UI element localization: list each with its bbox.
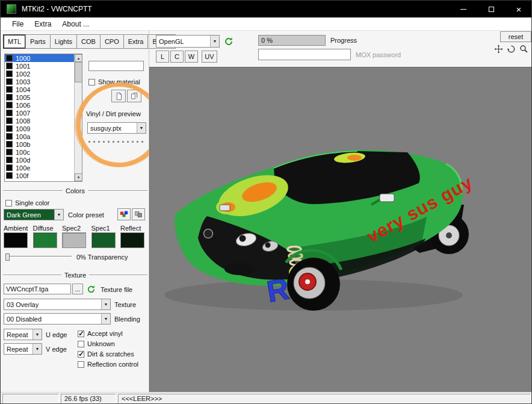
checkbox-reflection-control[interactable]: Reflection control	[78, 359, 138, 369]
view-button-w[interactable]: W	[185, 51, 198, 63]
front-wheel	[287, 258, 340, 311]
uv-button[interactable]: UV	[202, 51, 217, 63]
material-list-item[interactable]: 1009	[5, 125, 75, 132]
material-color-swatch	[6, 63, 13, 69]
material-list-item[interactable]: 1002	[5, 70, 75, 78]
renderer-select[interactable]: OpenGL ▼	[156, 35, 220, 48]
material-list-item[interactable]: 1004	[5, 85, 75, 93]
color-preset-label: Color preset	[68, 211, 104, 219]
chevron-down-icon[interactable]: ▼	[32, 344, 42, 354]
checkbox-unknown[interactable]: Unknown	[78, 339, 138, 349]
chevron-down-icon[interactable]: ▼	[101, 314, 110, 324]
scroll-up-icon[interactable]: ▲	[75, 54, 82, 62]
material-list-item[interactable]: 1005	[5, 93, 75, 101]
color-swatch-box[interactable]	[120, 232, 144, 248]
u-edge-select[interactable]: Repeat ▼	[4, 329, 42, 340]
material-list-scrollbar[interactable]: ▲ ▼	[74, 54, 82, 181]
chevron-down-icon[interactable]: ▼	[101, 299, 110, 309]
checkbox-box[interactable]	[78, 331, 84, 337]
scrollbar-thumb[interactable]	[75, 62, 82, 82]
checkbox-box[interactable]	[78, 361, 84, 368]
checkbox-box[interactable]	[88, 79, 95, 85]
vinyl-save-button[interactable]	[127, 90, 141, 102]
material-list-item[interactable]: 1008	[5, 117, 75, 125]
material-filter-input[interactable]	[88, 61, 144, 71]
rotate-button[interactable]	[507, 45, 516, 54]
copy-colors-button[interactable]	[117, 208, 131, 220]
texture-mode-select[interactable]: 03 Overlay ▼	[4, 299, 111, 310]
minimize-button[interactable]	[450, 1, 477, 17]
color-swatch-box[interactable]	[4, 232, 28, 248]
pan-button[interactable]	[494, 45, 503, 54]
checkbox-box[interactable]	[5, 200, 12, 207]
texture-file-input[interactable]	[4, 284, 71, 294]
material-list-item[interactable]: 1006	[5, 101, 75, 109]
color-swatch-box[interactable]	[33, 232, 57, 248]
material-color-swatch	[6, 86, 13, 93]
material-list-item[interactable]: 100c	[5, 148, 75, 156]
checkbox-box[interactable]	[78, 351, 84, 358]
chevron-down-icon[interactable]: ▼	[54, 210, 63, 220]
reset-button[interactable]: reset	[500, 31, 531, 42]
view-button-l[interactable]: L	[156, 51, 169, 63]
material-color-swatch	[6, 78, 13, 85]
tab-cob[interactable]: COB	[76, 34, 101, 49]
blending-label: Blending	[114, 315, 140, 323]
menu-about[interactable]: About ...	[57, 17, 94, 30]
menu-file[interactable]: File	[7, 17, 29, 30]
texture-reload-button[interactable]	[85, 284, 97, 294]
material-list-item[interactable]: 100a	[5, 132, 75, 140]
material-color-swatch	[6, 102, 13, 108]
material-list-item[interactable]: 1007	[5, 109, 75, 117]
vinyl-file-select[interactable]: susguy.ptx ▼	[87, 122, 146, 134]
texture-label: Texture	[114, 301, 136, 308]
material-list-item[interactable]: 1003	[5, 78, 75, 85]
chevron-down-icon[interactable]: ▼	[210, 36, 219, 47]
checkbox-dirt---scratches[interactable]: Dirt & scratches	[78, 349, 138, 359]
material-list-item[interactable]: 100f	[5, 172, 75, 179]
material-id: 1003	[16, 78, 30, 85]
material-list-item[interactable]: 100e	[5, 164, 75, 172]
checkbox-box[interactable]	[78, 341, 84, 347]
vinyl-preview-slider[interactable]	[88, 141, 145, 143]
renderer-refresh-button[interactable]	[223, 36, 235, 48]
close-button[interactable]: ×	[505, 1, 532, 17]
color-swatch-label: Ambient	[4, 225, 28, 232]
tab-extra[interactable]: Extra	[123, 34, 149, 49]
material-list-item[interactable]: 100d	[5, 156, 75, 164]
v-edge-select[interactable]: Repeat ▼	[4, 343, 42, 355]
slider-thumb[interactable]	[5, 253, 10, 261]
transparency-slider[interactable]	[5, 256, 72, 258]
view-button-c[interactable]: C	[170, 51, 184, 63]
material-list-item[interactable]: 1001	[5, 62, 75, 70]
chevron-down-icon[interactable]: ▼	[137, 123, 146, 133]
single-color-checkbox[interactable]: Single color	[5, 198, 49, 208]
menu-extra[interactable]: Extra	[29, 17, 57, 30]
vinyl-load-button[interactable]	[111, 90, 126, 102]
browse-button[interactable]: ...	[72, 284, 83, 294]
tab-lights[interactable]: Lights	[50, 34, 77, 49]
chevron-down-icon[interactable]: ▼	[32, 329, 42, 340]
material-id: 100a	[16, 133, 30, 140]
paste-colors-button[interactable]	[132, 208, 145, 220]
material-color-swatch	[6, 55, 13, 61]
close-icon: ×	[516, 5, 522, 14]
show-material-checkbox[interactable]: Show material	[88, 77, 140, 87]
tab-parts[interactable]: Parts	[25, 34, 51, 49]
viewport-3d[interactable]: very sus guy R	[149, 67, 532, 392]
material-list-item[interactable]: 100b	[5, 140, 75, 148]
color-swatch-spec1: Spec1	[91, 225, 118, 248]
zoom-button[interactable]	[519, 45, 528, 54]
blending-select[interactable]: 00 Disabled ▼	[4, 313, 111, 325]
color-preset-select[interactable]: Dark Green ▼	[4, 209, 64, 220]
checkbox-accept-vinyl[interactable]: Accept vinyl	[78, 329, 138, 338]
maximize-button[interactable]	[477, 1, 505, 17]
scroll-down-icon[interactable]: ▼	[75, 173, 82, 181]
tab-cpo[interactable]: CPO	[100, 34, 124, 49]
material-list-item[interactable]: 1000	[5, 54, 75, 62]
mox-password-input[interactable]	[258, 49, 351, 60]
color-swatch-box[interactable]	[62, 232, 86, 248]
tab-mtl[interactable]: MTL	[3, 34, 26, 49]
u-edge-label: U edge	[46, 331, 67, 338]
color-swatch-box[interactable]	[91, 232, 116, 248]
